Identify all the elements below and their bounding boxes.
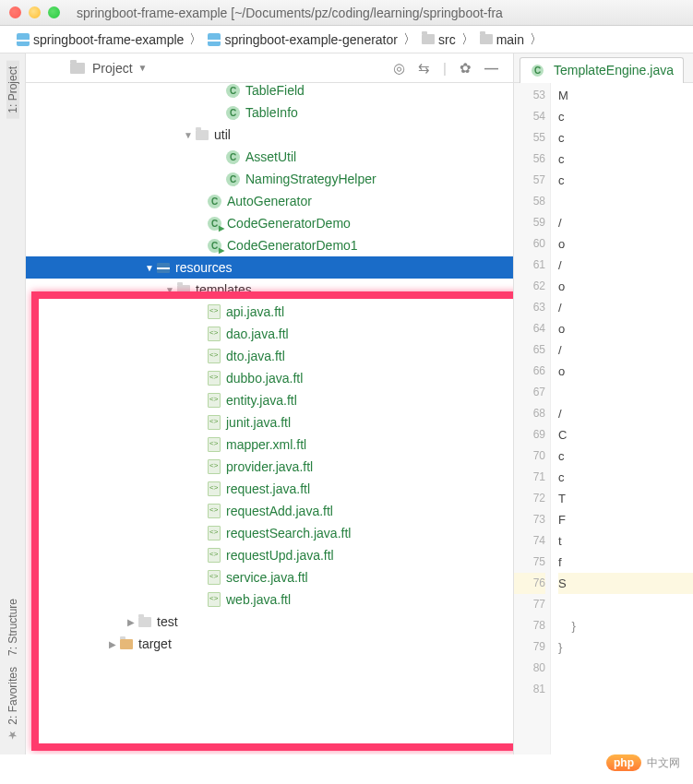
tree-node-class[interactable]: CCodeGeneratorDemo	[26, 212, 513, 234]
tree-node-file[interactable]: requestAdd.java.ftl	[26, 500, 513, 522]
target-icon[interactable]: ◎	[393, 60, 405, 77]
ftl-file-icon	[208, 437, 221, 452]
folder-icon	[422, 34, 435, 44]
class-icon: C	[208, 195, 221, 208]
ftl-file-icon	[208, 526, 221, 540]
tree-node-file[interactable]: entity.java.ftl	[26, 389, 513, 411]
tree-node-class[interactable]: CNamingStrategyHelper	[26, 168, 513, 190]
tree-node-file[interactable]: service.java.ftl	[26, 566, 513, 588]
tree-node-file[interactable]: dto.java.ftl	[26, 345, 513, 367]
tree-node-file[interactable]: junit.java.ftl	[26, 411, 513, 434]
dropdown-caret-icon[interactable]: ▼	[138, 63, 148, 73]
breadcrumb-item[interactable]: src	[422, 32, 456, 47]
code-area[interactable]: 5354555657585960616263646566676869707172…	[514, 83, 693, 754]
folder-icon	[480, 34, 493, 44]
collapse-icon[interactable]: ⇆	[418, 60, 430, 77]
project-icon	[70, 63, 85, 74]
watermark: php 中文网	[606, 754, 680, 771]
tree-node-class[interactable]: CAutoGenerator	[26, 190, 513, 212]
resources-icon	[157, 263, 170, 273]
project-tree[interactable]: entity CTableField CTableInfo util CAsse…	[26, 53, 513, 655]
minimize-window-button[interactable]	[29, 6, 41, 18]
tree-node-file[interactable]: dao.java.ftl	[26, 323, 513, 345]
breadcrumb: springboot-frame-example 〉 springboot-ex…	[0, 26, 693, 53]
close-window-button[interactable]	[9, 6, 21, 18]
tree-node-folder[interactable]: test	[26, 611, 513, 633]
ftl-file-icon	[208, 504, 221, 518]
class-icon: C	[532, 65, 544, 77]
tree-node-resources[interactable]: resources	[26, 256, 513, 279]
tree-node-file[interactable]: mapper.xml.ftl	[26, 434, 513, 456]
php-logo-icon: php	[606, 754, 641, 771]
expand-arrow-icon[interactable]	[164, 285, 175, 295]
editor-tab-bar: CTemplateEngine.java	[514, 53, 693, 83]
chevron-right-icon: 〉	[403, 31, 416, 48]
tree-node-file[interactable]: request.java.ftl	[26, 478, 513, 500]
tool-tab-project[interactable]: 1: Project	[6, 61, 19, 119]
breadcrumb-item[interactable]: main	[480, 32, 524, 47]
project-pane: entity CTableField CTableInfo util CAsse…	[26, 53, 513, 754]
code-text[interactable]: Mcccc /o/o/o/o /CccTFtfS }}	[551, 83, 693, 754]
chevron-right-icon: 〉	[530, 31, 543, 48]
expand-arrow-icon[interactable]	[125, 617, 137, 627]
ftl-file-icon	[208, 459, 221, 474]
ftl-file-icon	[208, 481, 221, 496]
gear-icon[interactable]: ✿	[460, 60, 472, 77]
line-gutter: 5354555657585960616263646566676869707172…	[514, 83, 551, 754]
class-icon: C	[226, 172, 240, 186]
tree-node-class[interactable]: CCodeGeneratorDemo1	[26, 234, 513, 256]
folder-icon	[120, 639, 133, 649]
ftl-file-icon	[208, 415, 221, 430]
tool-tab-structure[interactable]: 7: Structure	[6, 593, 19, 661]
ftl-file-icon	[208, 304, 221, 319]
folder-icon	[138, 617, 151, 627]
chevron-right-icon: 〉	[189, 31, 202, 48]
tree-node-folder[interactable]: target	[26, 633, 513, 655]
star-icon: ★	[6, 729, 19, 742]
folder-icon	[177, 285, 190, 295]
tree-node-package[interactable]: util	[26, 124, 513, 146]
editor-tab[interactable]: CTemplateEngine.java	[520, 57, 684, 83]
class-icon: C	[226, 84, 240, 98]
tool-tab-favorites[interactable]: ★2: Favorites	[6, 661, 19, 747]
tree-node-file[interactable]: requestUpd.java.ftl	[26, 544, 513, 566]
titlebar: springboot-frame-example [~/Documents/pz…	[0, 0, 693, 26]
class-icon: C	[226, 150, 240, 164]
ftl-file-icon	[208, 349, 221, 363]
tree-node-file[interactable]: dubbo.java.ftl	[26, 367, 513, 389]
class-run-icon: C	[208, 239, 221, 253]
expand-arrow-icon[interactable]	[144, 263, 155, 273]
package-icon	[196, 130, 209, 140]
tree-node-folder[interactable]: templates	[26, 279, 513, 301]
ftl-file-icon	[208, 570, 221, 585]
breadcrumb-item[interactable]: springboot-frame-example	[17, 32, 184, 47]
chevron-right-icon: 〉	[461, 31, 474, 48]
expand-arrow-icon[interactable]	[107, 639, 118, 649]
tree-node-file[interactable]: api.java.ftl	[26, 301, 513, 323]
tool-window-strip: 1: Project 7: Structure ★2: Favorites	[0, 53, 26, 754]
breadcrumb-item[interactable]: springboot-example-generator	[208, 32, 398, 47]
ftl-file-icon	[208, 371, 221, 386]
tree-node-file[interactable]: provider.java.ftl	[26, 456, 513, 478]
zoom-window-button[interactable]	[48, 6, 60, 18]
module-icon	[208, 33, 221, 46]
tree-node-class[interactable]: CTableInfo	[26, 101, 513, 124]
class-icon: C	[226, 106, 240, 120]
window-title: springboot-frame-example [~/Documents/pz…	[77, 6, 503, 20]
editor-panel: CTemplateEngine.java 5354555657585960616…	[513, 53, 693, 754]
ftl-file-icon	[208, 393, 221, 408]
ftl-file-icon	[208, 592, 221, 607]
tree-node-file[interactable]: web.java.ftl	[26, 588, 513, 611]
project-label[interactable]: Project	[92, 61, 133, 76]
tree-node-file[interactable]: requestSearch.java.ftl	[26, 522, 513, 544]
project-header: Project ▼ ◎ ⇆ | ✿ —	[26, 53, 513, 83]
hide-panel-button[interactable]: —	[484, 60, 498, 76]
module-icon	[17, 33, 30, 46]
tree-node-class[interactable]: CAssetUtil	[26, 146, 513, 168]
expand-arrow-icon[interactable]	[183, 130, 194, 140]
ftl-file-icon	[208, 327, 221, 341]
class-run-icon: C	[208, 217, 221, 231]
ftl-file-icon	[208, 548, 221, 563]
